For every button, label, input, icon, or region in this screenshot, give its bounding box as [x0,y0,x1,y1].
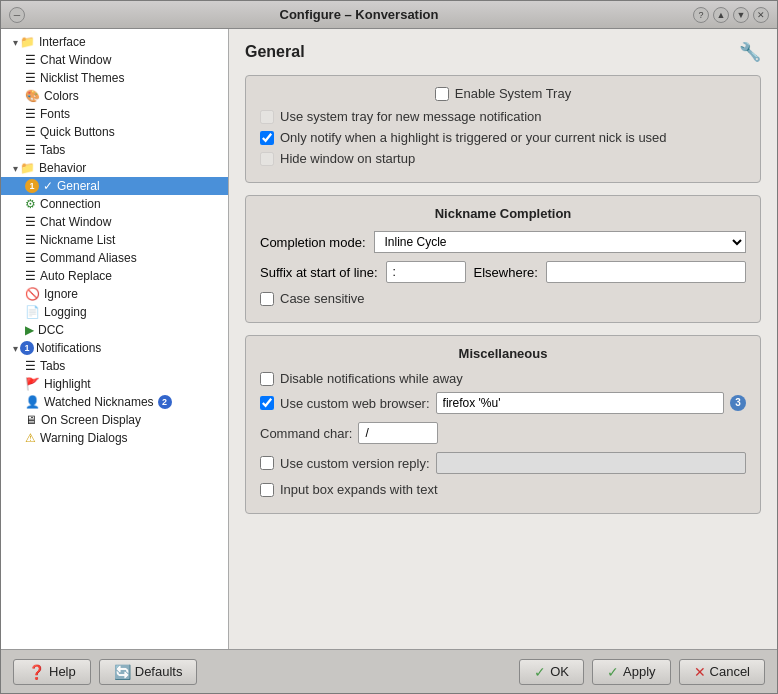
watched-nick-badge: 2 [158,395,172,409]
suffix-label: Suffix at start of line: [260,265,378,280]
apply-label: Apply [623,664,656,679]
sidebar-item-ignore[interactable]: 🚫 Ignore [1,285,228,303]
panel-title: General [245,43,305,61]
input-box-expands-row: Input box expands with text [260,482,746,497]
sidebar-item-label: Logging [44,305,87,319]
sidebar-item-nicklist-themes[interactable]: ☰ Nicklist Themes [1,69,228,87]
completion-mode-select[interactable]: Inline Cycle Shell-like Popup [374,231,747,253]
case-sensitive-label: Case sensitive [280,291,365,306]
sidebar-item-logging[interactable]: 📄 Logging [1,303,228,321]
use-custom-version-checkbox[interactable] [260,456,274,470]
sidebar-item-label: Chat Window [40,53,111,67]
notif-tabs-icon: ☰ [25,359,36,373]
window-menu-btn[interactable]: ─ [9,7,25,23]
case-sensitive-row: Case sensitive [260,291,746,306]
nav-down-btn[interactable]: ▼ [733,7,749,23]
sidebar-item-quick-buttons[interactable]: ☰ Quick Buttons [1,123,228,141]
cancel-label: Cancel [710,664,750,679]
sidebar-item-interface[interactable]: ▾ 📁 Interface [1,33,228,51]
defaults-button[interactable]: 🔄 Defaults [99,659,198,685]
sidebar-item-behavior[interactable]: ▾ 📁 Behavior [1,159,228,177]
close-btn[interactable]: ✕ [753,7,769,23]
elsewhere-input[interactable] [546,261,746,283]
nav-up-btn[interactable]: ▲ [713,7,729,23]
input-box-expands-label: Input box expands with text [280,482,438,497]
completion-mode-label: Completion mode: [260,235,366,250]
highlight-icon: 🚩 [25,377,40,391]
help-button[interactable]: ❓ Help [13,659,91,685]
system-tray-new-message-checkbox [260,110,274,124]
enable-system-tray-checkbox[interactable] [435,87,449,101]
use-custom-browser-label: Use custom web browser: [280,396,430,411]
sidebar-item-tabs[interactable]: ☰ Tabs [1,141,228,159]
sidebar-item-warning-dialogs[interactable]: ⚠ Warning Dialogs [1,429,228,447]
sidebar-item-highlight[interactable]: 🚩 Highlight [1,375,228,393]
sidebar-item-nickname-list[interactable]: ☰ Nickname List [1,231,228,249]
main-panel: General 🔧 Enable System Tray Use system … [229,29,777,649]
sidebar-item-fonts[interactable]: ☰ Fonts [1,105,228,123]
sidebar-item-colors[interactable]: 🎨 Colors [1,87,228,105]
disable-notifications-checkbox[interactable] [260,372,274,386]
browser-info-badge[interactable]: 3 [730,395,746,411]
nicklist-icon: ☰ [25,71,36,85]
use-custom-version-row: Use custom version reply: [260,452,746,474]
auto-replace-icon: ☰ [25,269,36,283]
sidebar-item-dcc[interactable]: ▶ DCC [1,321,228,339]
sidebar-item-label: Fonts [40,107,70,121]
sidebar-item-label: Nicklist Themes [40,71,124,85]
sidebar-item-connection[interactable]: ⚙ Connection [1,195,228,213]
sidebar-item-label: Colors [44,89,79,103]
sidebar-item-auto-replace[interactable]: ☰ Auto Replace [1,267,228,285]
ok-icon: ✓ [534,664,546,680]
ignore-icon: 🚫 [25,287,40,301]
command-char-input[interactable] [358,422,438,444]
sidebar-item-label: Connection [40,197,101,211]
sidebar-item-notifications[interactable]: ▾ 1 Notifications [1,339,228,357]
input-box-expands-checkbox[interactable] [260,483,274,497]
panel-header: General 🔧 [245,41,761,63]
help-btn[interactable]: ? [693,7,709,23]
sidebar: ▾ 📁 Interface ☰ Chat Window ☰ Nicklist T… [1,29,229,649]
wrench-icon: 🔧 [739,41,761,63]
use-custom-version-label: Use custom version reply: [280,456,430,471]
window-title: Configure – Konversation [280,7,439,22]
collapse-icon: ▾ [13,37,18,48]
suffix-input[interactable] [386,261,466,283]
browser-input[interactable] [436,392,724,414]
quick-buttons-icon: ☰ [25,125,36,139]
disable-notifications-label: Disable notifications while away [280,371,463,386]
case-sensitive-checkbox[interactable] [260,292,274,306]
hide-window-row: Hide window on startup [260,151,746,166]
cancel-button[interactable]: ✕ Cancel [679,659,765,685]
apply-icon: ✓ [607,664,619,680]
fonts-icon: ☰ [25,107,36,121]
connection-icon: ⚙ [25,197,36,211]
sidebar-item-label: Nickname List [40,233,115,247]
ok-button[interactable]: ✓ OK [519,659,584,685]
tabs-icon: ☰ [25,143,36,157]
sidebar-item-notif-tabs[interactable]: ☰ Tabs [1,357,228,375]
use-custom-browser-row: Use custom web browser: 3 [260,392,746,414]
sidebar-item-chat-window-2[interactable]: ☰ Chat Window [1,213,228,231]
nickname-completion-title: Nickname Completion [260,206,746,221]
completion-mode-row: Completion mode: Inline Cycle Shell-like… [260,231,746,253]
apply-button[interactable]: ✓ Apply [592,659,671,685]
collapse-icon: ▾ [13,343,18,354]
nickname-completion-section: Nickname Completion Completion mode: Inl… [245,195,761,323]
colors-icon: 🎨 [25,89,40,103]
sidebar-item-label: Notifications [36,341,101,355]
sidebar-item-watched-nicknames[interactable]: 👤 Watched Nicknames 2 [1,393,228,411]
sidebar-item-label: Highlight [44,377,91,391]
sidebar-item-general[interactable]: 1 ✓ General [1,177,228,195]
sidebar-item-label: Tabs [40,359,65,373]
general-icon: ✓ [43,179,53,193]
use-custom-browser-checkbox[interactable] [260,396,274,410]
titlebar: ─ Configure – Konversation ? ▲ ▼ ✕ [1,1,777,29]
titlebar-right-controls: ? ▲ ▼ ✕ [693,7,769,23]
sidebar-item-command-aliases[interactable]: ☰ Command Aliases [1,249,228,267]
sidebar-item-label: Behavior [39,161,86,175]
notify-highlight-checkbox[interactable] [260,131,274,145]
sidebar-item-chat-window-1[interactable]: ☰ Chat Window [1,51,228,69]
sidebar-item-on-screen-display[interactable]: 🖥 On Screen Display [1,411,228,429]
notify-highlight-label: Only notify when a highlight is triggere… [280,130,667,145]
